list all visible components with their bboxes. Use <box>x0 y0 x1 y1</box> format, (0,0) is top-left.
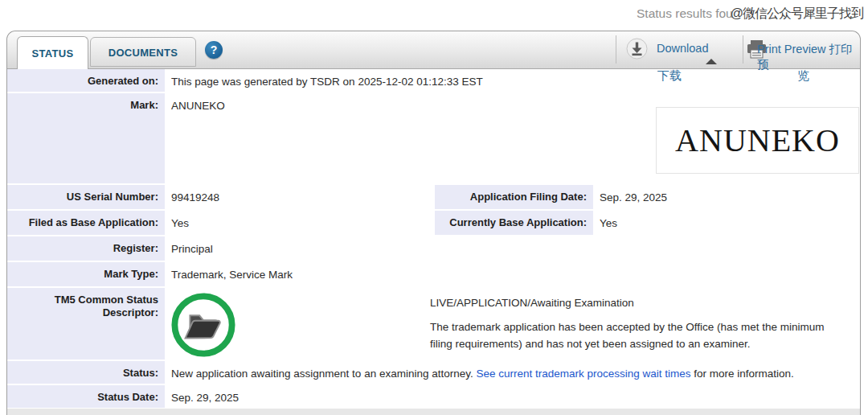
application-filing-date-value: Sep. 29, 2025 <box>593 185 860 209</box>
status-text-after: for more information. <box>691 368 794 380</box>
watermark-text: @微信公众号犀里子找到 <box>731 6 863 20</box>
us-serial-number-value: 99419248 <box>165 185 435 209</box>
row-register: Register: Principal <box>7 236 860 261</box>
toolbar-divider <box>743 35 743 64</box>
status-value: New application awaiting assignment to a… <box>165 361 860 384</box>
status-date-value: Sep. 29, 2025 <box>165 385 860 408</box>
download-expand-arrow[interactable] <box>706 59 717 64</box>
tm5-text-block: LIVE/APPLICATION/Awaiting Examination Th… <box>430 294 845 352</box>
tab-documents[interactable]: DOCUMENTS <box>90 37 196 67</box>
row-status-date: Status Date: Sep. 29, 2025 <box>7 385 860 408</box>
download-translation-overlay: 下载 <box>657 68 682 84</box>
currently-base-label: Currently Base Application: <box>435 211 593 235</box>
mark-type-label: Mark Type: <box>7 262 165 286</box>
status-results-text: Status results fou <box>637 6 733 20</box>
mark-value: ANUNEKO <box>171 100 225 112</box>
tab-status[interactable]: STATUS <box>17 36 88 69</box>
row-serial-filing: US Serial Number: 99419248 Application F… <box>7 185 860 209</box>
tm5-descriptor-label: TM5 Common Status Descriptor: <box>7 288 165 360</box>
filed-as-base-value: Yes <box>165 211 435 235</box>
help-icon[interactable]: ? <box>205 41 223 59</box>
tm5-description: The trademark application has been accep… <box>430 318 845 352</box>
tm5-live-folder-icon <box>170 292 236 358</box>
toolbar: STATUS DOCUMENTS ? Download Print Pr <box>7 31 860 69</box>
status-label: Status: <box>7 361 165 384</box>
tm5-descriptor-value-cell: LIVE/APPLICATION/Awaiting Examination Th… <box>165 288 860 360</box>
row-status: Status: New application awaiting assignm… <box>7 361 860 384</box>
row-base-application: Filed as Base Application: Yes Currently… <box>7 211 860 235</box>
tm5-status-line: LIVE/APPLICATION/Awaiting Examination <box>430 294 845 311</box>
status-table: Generated on: This page was generated by… <box>7 69 860 408</box>
status-text-before: New application awaiting assignment to a… <box>171 368 476 380</box>
processing-wait-times-link[interactable]: See current trademark processing wait ti… <box>476 368 690 380</box>
us-serial-number-label: US Serial Number: <box>7 185 165 209</box>
generated-on-value: This page was generated by TSDR on 2025-… <box>165 69 860 92</box>
mark-type-value: Trademark, Service Mark <box>165 262 860 286</box>
row-mark-type: Mark Type: Trademark, Service Mark <box>7 262 860 286</box>
register-label: Register: <box>7 236 165 261</box>
register-value: Principal <box>165 236 860 261</box>
generated-on-label: Generated on: <box>7 69 165 92</box>
download-button[interactable]: Download <box>657 42 709 55</box>
status-results-note: Status results fou@微信公众号犀里子找到 <box>637 6 863 23</box>
mark-value-cell: ANUNEKO ANUNEKO <box>165 93 860 183</box>
download-icon[interactable] <box>626 38 648 60</box>
currently-base-value: Yes <box>593 211 860 235</box>
row-generated-on: Generated on: This page was generated by… <box>7 69 860 92</box>
bottom-strip <box>7 409 860 415</box>
row-mark: Mark: ANUNEKO ANUNEKO <box>7 93 860 183</box>
mark-label: Mark: <box>7 93 165 183</box>
filed-as-base-label: Filed as Base Application: <box>7 211 165 235</box>
mark-image-text: ANUNEKO <box>675 134 840 147</box>
status-date-label: Status Date: <box>7 385 165 408</box>
tsdr-panel: STATUS DOCUMENTS ? Download Print Pr <box>6 31 861 415</box>
print-preview-translation-overlay: 览 <box>797 68 809 84</box>
application-filing-date-label: Application Filing Date: <box>435 185 593 209</box>
toolbar-divider <box>616 35 616 64</box>
mark-image: ANUNEKO <box>656 107 859 174</box>
row-tm5-descriptor: TM5 Common Status Descriptor: LIVE/APPLI… <box>7 288 860 360</box>
